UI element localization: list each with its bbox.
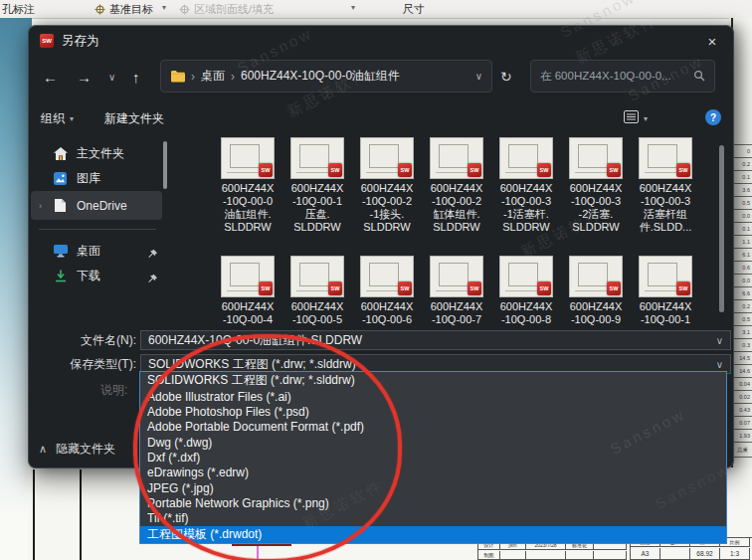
solidworks-file-badge-icon: SW (468, 163, 481, 177)
file-item[interactable]: SW600HZ44X-10Q-00-3-2活塞.SLDDRW (563, 137, 629, 234)
bom-total-label: 总重 (733, 443, 752, 458)
forward-icon[interactable]: → (77, 56, 92, 97)
breadcrumb-item[interactable]: 桌面 (201, 68, 225, 85)
file-name-line: 压盘. (284, 208, 350, 221)
file-item[interactable]: SW600HZ44X-10Q-00-1 (633, 256, 698, 326)
file-name-label: 600HZ44X-10Q-00-8 (493, 300, 559, 326)
bg-table-row: 14.6 (733, 365, 752, 378)
file-name-line: -10Q-00-0 (215, 195, 281, 208)
breadcrumb-dropdown-icon[interactable]: ∨ (475, 71, 482, 82)
toolbar-item-label: 尺寸 (403, 2, 425, 17)
search-input[interactable]: 在 600HZ44X-10Q-00-0... (530, 60, 715, 93)
thumbnail-drawing-shape (369, 144, 399, 168)
toolbar-item-label: 孔标注 (2, 2, 35, 17)
sidebar-item-gallery[interactable]: 图库 (31, 166, 162, 191)
file-thumbnail: SW (290, 137, 344, 179)
file-name-line: -10Q-00-1 (633, 313, 698, 326)
bg-table-row: 1.93 (733, 430, 752, 443)
onedrive-icon (53, 199, 68, 213)
search-placeholder: 在 600HZ44X-10Q-00-0... (540, 69, 693, 84)
sidebar-item-label: 桌面 (77, 243, 100, 260)
savetype-chevron-icon[interactable]: ∨ (716, 359, 723, 370)
thumbnail-drawing-shape (230, 144, 260, 168)
view-mode-button[interactable]: ▾ (624, 105, 648, 131)
thumbnail-drawing-shape (578, 263, 608, 286)
toolbar-item-label: 基准目标 (109, 2, 153, 17)
file-item[interactable]: SW600HZ44X-10Q-00-9 (563, 256, 629, 326)
thumbnail-drawing-shape (648, 263, 677, 286)
bg-table-row: 0.5 (733, 197, 752, 210)
toolbar-item[interactable]: 基准目标 (94, 0, 153, 18)
caret-down-icon[interactable]: ▾ (162, 3, 166, 12)
close-icon[interactable]: × (701, 31, 723, 51)
file-name-line: 600HZ44X (354, 182, 420, 195)
bg-table-row: 0 (733, 145, 752, 158)
organize-button[interactable]: 组织 ▾ (41, 105, 74, 131)
file-name-line: -1活塞杆. (493, 208, 559, 221)
bg-table-row: 0.5 (733, 313, 752, 326)
help-icon[interactable]: ? (705, 109, 721, 125)
toolbar-item-label: 区域剖面线/填充 (194, 2, 274, 17)
file-item[interactable]: SW600HZ44X-10Q-00-3-1活塞杆.SLDDRW (493, 137, 559, 234)
sidebar-item-desktop[interactable]: 桌面 (31, 239, 162, 264)
file-item[interactable]: SW600HZ44X-10Q-00-4 (215, 256, 281, 326)
solidworks-app-icon: SW (40, 34, 54, 48)
solidworks-file-badge-icon: SW (398, 163, 412, 177)
file-item[interactable]: SW600HZ44X-10Q-00-3活塞杆组件.SLDD... (633, 137, 698, 234)
bg-table-row: 1.1 (733, 236, 752, 249)
sidebar-item-home[interactable]: 主文件夹 (31, 141, 162, 166)
caret-down-icon[interactable]: ▾ (351, 3, 355, 12)
file-list-scrollbar[interactable] (719, 145, 724, 312)
toolbar-item[interactable]: 区域剖面线/填充 (179, 0, 274, 18)
file-thumbnail: SW (430, 137, 483, 179)
bg-table-row: 14.5 (733, 352, 752, 365)
breadcrumb-item[interactable]: 600HZ44X-10Q-00-0油缸组件 (241, 68, 400, 85)
navigation-row: ← → ∨ ↑ ›桌面›600HZ44X-10Q-00-0油缸组件 ∨ ↻ 在 … (29, 56, 733, 97)
file-thumbnail: SW (221, 137, 275, 179)
file-name-line: 600HZ44X (215, 300, 281, 313)
organize-label: 组织 (41, 110, 65, 127)
filename-row: 文件名(N): 600HZ44X-10Q-00-0油缸组件.SLDDRW ∨ (29, 330, 733, 350)
sidebar-divider (39, 229, 156, 230)
bg-table-row: 6.1 (733, 249, 752, 262)
hide-folders-button[interactable]: ∧ 隐藏文件夹 (39, 436, 115, 462)
thumbnail-drawing-shape (508, 263, 538, 286)
sidebar-item-download[interactable]: 下载 (31, 264, 162, 288)
breadcrumb-separator-icon: › (231, 70, 235, 84)
file-name-line: 600HZ44X (633, 300, 698, 313)
recent-locations-icon[interactable]: ∨ (108, 56, 115, 97)
file-name-line: SLDDRW (284, 221, 350, 234)
sidebar-scrollbar[interactable] (163, 141, 167, 189)
back-icon[interactable]: ← (43, 56, 58, 97)
toolbar-item[interactable]: 孔标注 (2, 0, 35, 18)
sidebar-item-onedrive[interactable]: ›OneDrive (31, 191, 162, 220)
file-item[interactable]: SW600HZ44X-10Q-00-7 (424, 256, 489, 326)
file-item[interactable]: SW600HZ44X-10Q-00-2-1接头.SLDDRW (354, 137, 420, 234)
solidworks-file-badge-icon: SW (328, 281, 342, 295)
file-item[interactable]: SW600HZ44X-10Q-00-6 (354, 256, 420, 326)
refresh-icon[interactable]: ↻ (500, 56, 512, 97)
file-name-line: -10Q-00-9 (563, 313, 629, 326)
desktop-icon (53, 245, 68, 259)
file-name-line: SLDDRW (493, 221, 559, 234)
up-icon[interactable]: ↑ (132, 56, 140, 97)
file-name-line: -10Q-00-7 (424, 313, 489, 326)
pin-icon (147, 271, 158, 281)
new-folder-button[interactable]: 新建文件夹 (104, 105, 164, 131)
filename-chevron-icon[interactable]: ∨ (716, 335, 723, 346)
file-name-label: 600HZ44X-10Q-00-5 (284, 300, 350, 326)
bg-table-row: 0.2 (733, 158, 752, 171)
file-item[interactable]: SW600HZ44X-10Q-00-8 (493, 256, 559, 326)
file-item[interactable]: SW600HZ44X-10Q-00-1压盘.SLDDRW (284, 137, 350, 234)
bg-table-row: 0.2 (733, 300, 752, 313)
breadcrumb[interactable]: ›桌面›600HZ44X-10Q-00-0油缸组件 ∨ (160, 60, 492, 93)
expand-chevron-icon[interactable]: › (39, 201, 53, 211)
file-item[interactable]: SW600HZ44X-10Q-00-5 (284, 256, 350, 326)
gallery-icon (53, 172, 68, 186)
titleblock-cell (500, 551, 526, 560)
toolbar-item[interactable]: 尺寸 (403, 0, 425, 18)
solidworks-file-badge-icon: SW (607, 163, 621, 177)
solidworks-file-badge-icon: SW (259, 281, 273, 295)
file-item[interactable]: SW600HZ44X-10Q-00-2缸体组件.SLDDRW (424, 137, 489, 234)
file-item[interactable]: SW600HZ44X-10Q-00-0油缸组件.SLDDRW (215, 137, 281, 234)
